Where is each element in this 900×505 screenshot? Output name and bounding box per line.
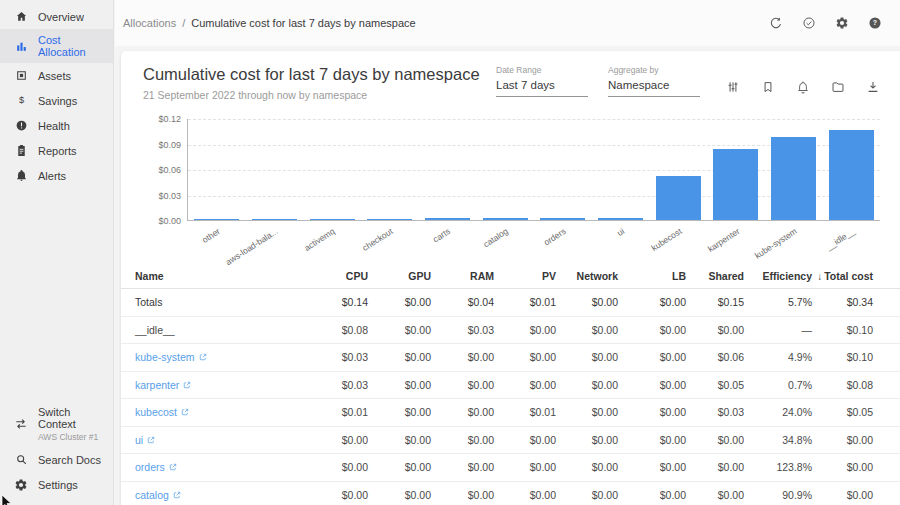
column-header-total-cost[interactable]: ↓Total cost xyxy=(812,270,873,282)
namespace-link[interactable]: orders xyxy=(135,461,177,473)
column-header-efficiency[interactable]: Efficiency xyxy=(744,270,812,282)
bar-slot xyxy=(765,119,823,220)
bar-idle[interactable] xyxy=(829,130,874,220)
row-name-cell[interactable]: karpenter xyxy=(135,379,305,391)
aggregate-by-select[interactable]: Aggregate by Namespace xyxy=(608,65,700,97)
date-range-select[interactable]: Date Range Last 7 days xyxy=(496,65,588,97)
row-value-cell: $0.00 xyxy=(812,489,873,501)
refresh-button[interactable] xyxy=(767,14,785,32)
row-value-cell: $0.00 xyxy=(431,351,494,363)
bar-kube-system[interactable] xyxy=(771,137,816,220)
sidebar-item-settings[interactable]: Settings xyxy=(0,472,113,497)
sidebar-item-label: Assets xyxy=(38,70,71,82)
sidebar-item-cost-allocation[interactable]: Cost Allocation xyxy=(0,29,113,63)
sidebar-item-savings[interactable]: $Savings xyxy=(0,88,113,113)
sidebar-item-search-docs[interactable]: Search Docs xyxy=(0,447,113,472)
bar-catalog[interactable] xyxy=(483,218,528,220)
gear-button[interactable] xyxy=(833,14,851,32)
column-header-cpu[interactable]: CPU xyxy=(305,270,368,282)
bar-ui[interactable] xyxy=(598,218,643,220)
row-value-cell: $0.00 xyxy=(618,296,686,308)
sidebar-item-alerts[interactable]: Alerts xyxy=(0,163,113,188)
bar-checkout[interactable] xyxy=(367,219,412,220)
row-name-cell[interactable]: kubecost xyxy=(135,406,305,418)
bar-orders[interactable] xyxy=(540,218,585,220)
namespace-link[interactable]: kubecost xyxy=(135,406,189,418)
bookmark-button[interactable] xyxy=(759,78,777,96)
row-value-cell: $0.05 xyxy=(686,379,744,391)
row-value-cell: $0.00 xyxy=(618,406,686,418)
allocation-table: NameCPUGPURAMPVNetworkLBSharedEfficiency… xyxy=(121,263,900,505)
row-value-cell: $0.00 xyxy=(556,324,618,336)
download-button[interactable] xyxy=(864,78,882,96)
tune-button[interactable] xyxy=(724,78,742,96)
namespace-link[interactable]: kube-system xyxy=(135,351,207,363)
row-value-cell: $0.00 xyxy=(494,461,556,473)
table-row-kube-system[interactable]: kube-system$0.03$0.00$0.00$0.00$0.00$0.0… xyxy=(121,344,900,372)
row-value-cell: $0.00 xyxy=(494,324,556,336)
bar-kubecost[interactable] xyxy=(656,176,701,220)
aggregate-by-value[interactable]: Namespace xyxy=(608,75,700,97)
table-row-orders[interactable]: orders$0.00$0.00$0.00$0.00$0.00$0.00$0.0… xyxy=(121,454,900,482)
sidebar-item-reports[interactable]: Reports xyxy=(0,138,113,163)
column-header-name[interactable]: Name xyxy=(135,270,305,282)
x-tick-label: __idle__ xyxy=(824,226,856,252)
row-name-cell[interactable]: kube-system xyxy=(135,351,305,363)
help-button[interactable]: ? xyxy=(866,14,884,32)
namespace-link[interactable]: karpenter xyxy=(135,379,191,391)
x-tick-label: ui xyxy=(615,226,626,238)
table-row-totals[interactable]: Totals$0.14$0.00$0.04$0.01$0.00$0.00$0.1… xyxy=(121,289,900,317)
date-range-value[interactable]: Last 7 days xyxy=(496,75,588,97)
row-name-cell: __idle__ xyxy=(135,324,305,336)
bell-outline-button[interactable] xyxy=(794,78,812,96)
row-name-cell[interactable]: orders xyxy=(135,461,305,473)
table-row-catalog[interactable]: catalog$0.00$0.00$0.00$0.00$0.00$0.00$0.… xyxy=(121,482,900,505)
row-value-cell: $0.05 xyxy=(812,406,873,418)
namespace-name: kubecost xyxy=(135,406,177,418)
breadcrumb-section[interactable]: Allocations xyxy=(123,17,176,29)
row-value-cell: $0.00 xyxy=(556,434,618,446)
table-row-karpenter[interactable]: karpenter$0.03$0.00$0.00$0.00$0.00$0.00$… xyxy=(121,372,900,400)
breadcrumb: Allocations / Cumulative cost for last 7… xyxy=(123,17,416,29)
namespace-link[interactable]: ui xyxy=(135,434,155,446)
sidebar-item-assets[interactable]: Assets xyxy=(0,63,113,88)
row-value-cell: — xyxy=(744,324,812,336)
row-value-cell: $0.00 xyxy=(556,351,618,363)
row-name-cell[interactable]: ui xyxy=(135,434,305,446)
table-row-kubecost[interactable]: kubecost$0.01$0.00$0.00$0.01$0.00$0.00$0… xyxy=(121,399,900,427)
namespace-name: ui xyxy=(135,434,143,446)
bar-aws-load-bala[interactable] xyxy=(252,219,297,220)
column-header-label: PV xyxy=(542,270,556,282)
report-controls: Date Range Last 7 days Aggregate by Name… xyxy=(496,65,882,97)
namespace-link[interactable]: catalog xyxy=(135,489,181,501)
bar-other[interactable] xyxy=(194,219,239,220)
mouse-cursor xyxy=(1,495,12,505)
table-row-idle[interactable]: __idle__$0.08$0.00$0.03$0.00$0.00$0.00$0… xyxy=(121,317,900,345)
column-header-lb[interactable]: LB xyxy=(618,270,686,282)
folder-button[interactable] xyxy=(829,78,847,96)
x-tick-label: activemq xyxy=(303,226,337,253)
column-header-shared[interactable]: Shared xyxy=(686,270,744,282)
row-value-cell: $0.04 xyxy=(431,296,494,308)
check-circle-button[interactable] xyxy=(800,14,818,32)
column-header-ram[interactable]: RAM xyxy=(431,270,494,282)
sidebar-footer-labels: Switch ContextAWS Cluster #1 xyxy=(38,406,105,442)
bar-carts[interactable] xyxy=(425,218,470,220)
column-header-label: GPU xyxy=(408,270,431,282)
bar-activemq[interactable] xyxy=(310,219,355,220)
sidebar-item-overview[interactable]: Overview xyxy=(0,4,113,29)
bar-karpenter[interactable] xyxy=(713,149,758,220)
column-header-pv[interactable]: PV xyxy=(494,270,556,282)
row-name-cell[interactable]: catalog xyxy=(135,489,305,501)
row-value-cell: 0.7% xyxy=(744,379,812,391)
topbar: Allocations / Cumulative cost for last 7… xyxy=(115,0,900,46)
table-row-ui[interactable]: ui$0.00$0.00$0.00$0.00$0.00$0.00$0.0034.… xyxy=(121,427,900,455)
sidebar: OverviewCost AllocationAssets$SavingsHea… xyxy=(0,0,114,505)
column-header-label: Efficiency xyxy=(762,270,812,282)
column-header-gpu[interactable]: GPU xyxy=(368,270,431,282)
sidebar-item-switch-context[interactable]: Switch ContextAWS Cluster #1 xyxy=(0,401,113,447)
column-header-label: Total cost xyxy=(824,270,873,282)
column-header-network[interactable]: Network xyxy=(556,270,618,282)
sidebar-item-health[interactable]: Health xyxy=(0,113,113,138)
row-value-cell: $0.00 xyxy=(618,351,686,363)
